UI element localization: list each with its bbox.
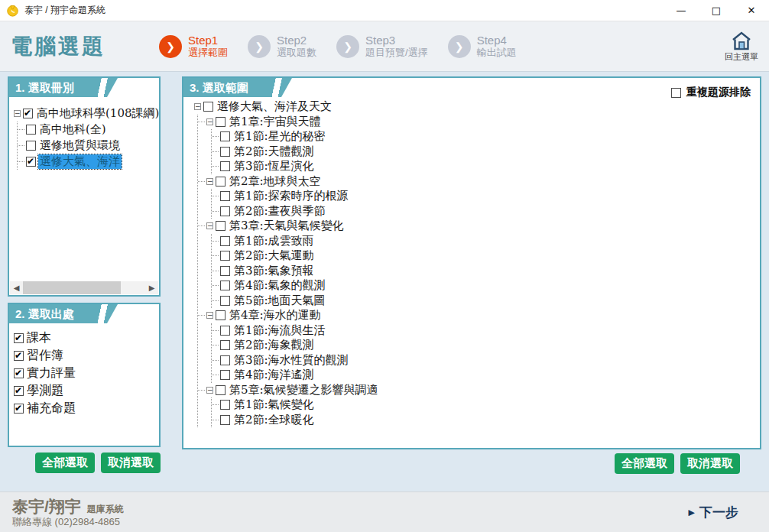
tree-item-label[interactable]: 第3節:氣象預報 <box>232 264 316 278</box>
step-4[interactable]: ❯ Step4 輸出試題 <box>448 34 517 58</box>
checkbox[interactable] <box>220 251 230 261</box>
checkbox[interactable] <box>216 221 226 231</box>
dedup-option[interactable]: 重複題源排除 <box>671 86 751 99</box>
expand-toggle-icon[interactable]: − <box>206 387 213 394</box>
checkbox[interactable] <box>23 109 33 118</box>
contact-phone: 聯絡專線 (02)2984-4865 <box>12 516 124 528</box>
expand-toggle-icon[interactable]: − <box>194 103 201 110</box>
expand-toggle-icon[interactable]: − <box>14 110 21 117</box>
checkbox[interactable] <box>216 177 226 187</box>
tree-item-label[interactable]: 第2章:地球與太空 <box>228 174 323 189</box>
maximize-button[interactable]: □ <box>699 0 734 21</box>
source-item-label[interactable]: 實力評量 <box>27 365 76 381</box>
checkbox[interactable] <box>220 355 230 365</box>
checkbox[interactable] <box>203 102 213 112</box>
checkbox[interactable] <box>14 404 24 414</box>
checkbox[interactable] <box>216 310 226 320</box>
checkbox[interactable] <box>220 326 230 336</box>
left-deselect-button[interactable]: 取消選取 <box>101 453 161 473</box>
tree-item-label[interactable]: 第4節:氣象的觀測 <box>232 278 327 293</box>
checkbox[interactable] <box>220 266 230 276</box>
tree-item-label[interactable]: 第3節:海水性質的觀測 <box>232 353 350 368</box>
checkbox[interactable] <box>220 191 230 201</box>
checkbox[interactable] <box>26 157 36 167</box>
tree-item-label[interactable]: 第2節:全球暖化 <box>232 413 316 427</box>
checkbox[interactable] <box>220 340 230 350</box>
tree-item: 第4節:氣象的觀測 <box>212 278 752 294</box>
checkbox[interactable] <box>220 415 230 425</box>
checkbox[interactable] <box>220 296 230 306</box>
expand-toggle-icon[interactable]: − <box>206 178 213 185</box>
tree-item-label[interactable]: 第4章:海水的運動 <box>228 308 323 323</box>
tree-item-label[interactable]: 第2節:天體觀測 <box>232 144 316 159</box>
checkbox[interactable] <box>220 206 230 216</box>
source-item-label[interactable]: 課本 <box>27 330 51 346</box>
tree-connector <box>18 129 24 130</box>
scrollbar-thumb[interactable] <box>23 281 121 294</box>
checkbox[interactable] <box>220 236 230 246</box>
right-deselect-button[interactable]: 取消選取 <box>680 453 740 474</box>
tree-item: −選修大氣、海洋及天文 <box>194 99 752 115</box>
checkbox[interactable] <box>14 351 24 361</box>
scroll-right-icon[interactable]: ▶ <box>145 284 158 292</box>
tree-item-label[interactable]: 選修大氣、海洋 <box>38 154 122 169</box>
right-select-all-button[interactable]: 全部選取 <box>615 453 674 474</box>
source-item-label[interactable]: 習作簿 <box>27 348 63 364</box>
tree-item-label[interactable]: 第1節:成雲致雨 <box>232 234 316 248</box>
app-logo-icon <box>6 4 19 17</box>
source-item-label[interactable]: 補充命題 <box>27 401 76 417</box>
left-select-all-button[interactable]: 全部選取 <box>35 453 95 473</box>
checkbox[interactable] <box>14 368 24 378</box>
tree-item-label[interactable]: 第1節:氣候變化 <box>232 397 316 412</box>
tree-item-label[interactable]: 高中地科(全) <box>38 122 108 137</box>
tree-item-label[interactable]: 第2節:海象觀測 <box>232 338 316 352</box>
checkbox[interactable] <box>216 385 226 395</box>
checkbox[interactable] <box>216 117 226 127</box>
source-item-label[interactable]: 學測題 <box>27 383 63 399</box>
next-step-button[interactable]: ▶ 下一步 <box>689 504 738 521</box>
checkbox[interactable] <box>220 161 230 171</box>
tree-item-label[interactable]: 第1節:探索時序的根源 <box>232 189 350 203</box>
tree-item-label[interactable]: 高中地球科學(108課綱) <box>35 106 159 121</box>
expand-toggle-icon[interactable]: − <box>206 118 213 125</box>
checkbox[interactable] <box>26 141 36 151</box>
checkbox[interactable] <box>220 131 230 141</box>
header: 電腦選題 ❯ Step1 選擇範圍 ❯ Step2 選取題數 ❯ Step3 題… <box>0 21 769 72</box>
tree-item-label[interactable]: 第1節:星光的秘密 <box>232 129 327 144</box>
tree-item-label[interactable]: 選修地質與環境 <box>38 138 122 153</box>
tree-connector <box>212 211 219 212</box>
tree-item-label[interactable]: 第1節:海流與生活 <box>232 323 327 338</box>
checkbox[interactable] <box>26 125 36 135</box>
checkbox[interactable] <box>14 386 24 396</box>
horizontal-scrollbar[interactable]: ◀ ▶ <box>10 281 158 294</box>
tree-item: 第2節:全球暖化 <box>212 413 752 428</box>
scroll-left-icon[interactable]: ◀ <box>10 284 23 292</box>
tree-item-label[interactable]: 第3節:恆星演化 <box>232 159 316 174</box>
tree-item-label[interactable]: 選修大氣、海洋及天文 <box>216 99 333 114</box>
checkbox[interactable] <box>220 400 230 410</box>
tree-item-label[interactable]: 第3章:天氣與氣候變化 <box>228 219 346 233</box>
tree-item-label[interactable]: 第4節:海洋遙測 <box>232 368 316 382</box>
step-1[interactable]: ❯ Step1 選擇範圍 <box>159 34 228 58</box>
dedup-checkbox[interactable] <box>671 88 681 98</box>
tree-item-label[interactable]: 第2節:晝夜與季節 <box>232 204 327 219</box>
tree-item: 第2節:海象觀測 <box>212 338 752 353</box>
checkbox[interactable] <box>220 147 230 157</box>
tree-item-label[interactable]: 第5章:氣候變遷之影響與調適 <box>228 383 380 397</box>
step-2[interactable]: ❯ Step2 選取題數 <box>248 34 316 58</box>
book-tree: −高中地球科學(108課綱)高中地科(全)選修地質與環境選修大氣、海洋 <box>9 97 159 281</box>
home-button[interactable]: 回主選單 <box>725 31 758 63</box>
page-title: 電腦選題 <box>11 32 105 61</box>
tree-item-label[interactable]: 第2節:大氣運動 <box>232 248 316 263</box>
checkbox[interactable] <box>14 333 24 343</box>
expand-toggle-icon[interactable]: − <box>206 222 213 229</box>
step-3[interactable]: ❯ Step3 題目預覽/選擇 <box>336 34 428 58</box>
checkbox[interactable] <box>220 370 230 380</box>
tree-item-label[interactable]: 第5節:地面天氣圖 <box>232 294 327 308</box>
minimize-button[interactable]: — <box>664 0 699 21</box>
expand-toggle-icon[interactable]: − <box>206 312 213 319</box>
close-button[interactable]: ✕ <box>734 0 769 21</box>
tree-item-label[interactable]: 第1章:宇宙與天體 <box>228 115 323 129</box>
checkbox[interactable] <box>220 281 230 290</box>
step-1-label: 選擇範圍 <box>188 47 228 59</box>
